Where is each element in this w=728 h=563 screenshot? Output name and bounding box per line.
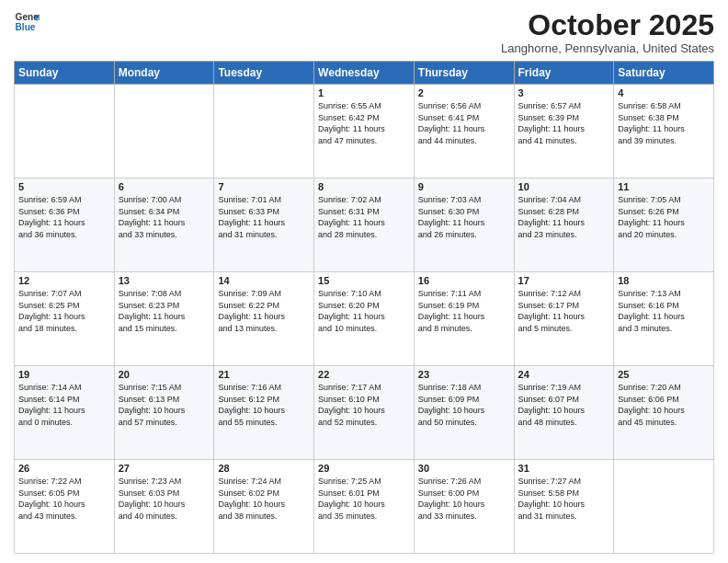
day-cell-3-3: 22Sunrise: 7:17 AM Sunset: 6:10 PM Dayli…	[314, 366, 415, 460]
day-number: 11	[618, 181, 710, 192]
day-number: 16	[418, 275, 510, 286]
col-saturday: Saturday	[614, 62, 714, 85]
day-cell-2-1: 13Sunrise: 7:08 AM Sunset: 6:23 PM Dayli…	[114, 272, 214, 366]
day-cell-1-2: 7Sunrise: 7:01 AM Sunset: 6:33 PM Daylig…	[214, 178, 314, 272]
day-cell-4-3: 29Sunrise: 7:25 AM Sunset: 6:01 PM Dayli…	[314, 460, 415, 554]
day-info: Sunrise: 7:26 AM Sunset: 6:00 PM Dayligh…	[418, 476, 510, 522]
day-cell-0-4: 2Sunrise: 6:56 AM Sunset: 6:41 PM Daylig…	[414, 85, 514, 178]
day-cell-3-4: 23Sunrise: 7:18 AM Sunset: 6:09 PM Dayli…	[414, 366, 514, 460]
day-number: 14	[218, 275, 310, 286]
svg-text:Blue: Blue	[16, 22, 36, 32]
day-info: Sunrise: 7:01 AM Sunset: 6:33 PM Dayligh…	[218, 194, 310, 240]
day-cell-0-2	[214, 85, 314, 178]
day-cell-4-5: 31Sunrise: 7:27 AM Sunset: 5:58 PM Dayli…	[514, 460, 614, 554]
day-info: Sunrise: 6:59 AM Sunset: 6:36 PM Dayligh…	[18, 194, 110, 240]
day-number: 10	[518, 181, 610, 192]
day-cell-3-2: 21Sunrise: 7:16 AM Sunset: 6:12 PM Dayli…	[214, 366, 314, 460]
calendar-table: Sunday Monday Tuesday Wednesday Thursday…	[14, 61, 714, 554]
day-cell-3-1: 20Sunrise: 7:15 AM Sunset: 6:13 PM Dayli…	[114, 366, 214, 460]
week-row-0: 1Sunrise: 6:55 AM Sunset: 6:42 PM Daylig…	[15, 85, 714, 178]
day-number: 18	[618, 275, 710, 286]
day-cell-4-0: 26Sunrise: 7:22 AM Sunset: 6:05 PM Dayli…	[15, 460, 115, 554]
day-number: 21	[218, 369, 310, 380]
day-info: Sunrise: 7:14 AM Sunset: 6:14 PM Dayligh…	[18, 382, 110, 428]
day-cell-1-3: 8Sunrise: 7:02 AM Sunset: 6:31 PM Daylig…	[314, 178, 415, 272]
col-friday: Friday	[514, 62, 614, 85]
day-info: Sunrise: 7:10 AM Sunset: 6:20 PM Dayligh…	[318, 288, 410, 334]
day-info: Sunrise: 7:16 AM Sunset: 6:12 PM Dayligh…	[218, 382, 310, 428]
day-cell-2-6: 18Sunrise: 7:13 AM Sunset: 6:16 PM Dayli…	[614, 272, 714, 366]
day-info: Sunrise: 7:18 AM Sunset: 6:09 PM Dayligh…	[418, 382, 510, 428]
day-number: 1	[318, 87, 410, 98]
col-monday: Monday	[114, 62, 214, 85]
day-number: 12	[18, 275, 110, 286]
week-row-4: 26Sunrise: 7:22 AM Sunset: 6:05 PM Dayli…	[15, 460, 714, 554]
day-cell-2-4: 16Sunrise: 7:11 AM Sunset: 6:19 PM Dayli…	[414, 272, 514, 366]
day-number: 24	[518, 369, 610, 380]
day-cell-1-6: 11Sunrise: 7:05 AM Sunset: 6:26 PM Dayli…	[614, 178, 714, 272]
day-info: Sunrise: 7:04 AM Sunset: 6:28 PM Dayligh…	[518, 194, 610, 240]
day-cell-4-6	[614, 460, 714, 554]
location: Langhorne, Pennsylvania, United States	[501, 41, 714, 55]
col-thursday: Thursday	[414, 62, 514, 85]
header: General Blue October 2025 Langhorne, Pen…	[14, 9, 714, 55]
col-tuesday: Tuesday	[214, 62, 314, 85]
day-info: Sunrise: 7:23 AM Sunset: 6:03 PM Dayligh…	[119, 476, 210, 522]
day-info: Sunrise: 6:56 AM Sunset: 6:41 PM Dayligh…	[418, 100, 510, 146]
day-info: Sunrise: 7:15 AM Sunset: 6:13 PM Dayligh…	[119, 382, 210, 428]
month-title: October 2025	[501, 9, 714, 41]
day-cell-2-2: 14Sunrise: 7:09 AM Sunset: 6:22 PM Dayli…	[214, 272, 314, 366]
day-number: 15	[318, 275, 410, 286]
day-number: 27	[119, 463, 210, 474]
day-info: Sunrise: 7:13 AM Sunset: 6:16 PM Dayligh…	[618, 288, 710, 334]
day-cell-1-1: 6Sunrise: 7:00 AM Sunset: 6:34 PM Daylig…	[114, 178, 214, 272]
calendar-header-row: Sunday Monday Tuesday Wednesday Thursday…	[15, 62, 714, 85]
day-number: 23	[418, 369, 510, 380]
day-cell-4-1: 27Sunrise: 7:23 AM Sunset: 6:03 PM Dayli…	[114, 460, 214, 554]
day-number: 25	[618, 369, 710, 380]
day-cell-1-5: 10Sunrise: 7:04 AM Sunset: 6:28 PM Dayli…	[514, 178, 614, 272]
day-info: Sunrise: 7:22 AM Sunset: 6:05 PM Dayligh…	[18, 476, 110, 522]
page: General Blue October 2025 Langhorne, Pen…	[0, 0, 728, 563]
day-info: Sunrise: 6:55 AM Sunset: 6:42 PM Dayligh…	[318, 100, 410, 146]
day-info: Sunrise: 7:00 AM Sunset: 6:34 PM Dayligh…	[119, 194, 210, 240]
day-cell-1-4: 9Sunrise: 7:03 AM Sunset: 6:30 PM Daylig…	[414, 178, 514, 272]
day-number: 5	[18, 181, 110, 192]
logo: General Blue	[14, 9, 40, 35]
day-info: Sunrise: 7:19 AM Sunset: 6:07 PM Dayligh…	[518, 382, 610, 428]
day-number: 13	[119, 275, 210, 286]
day-cell-3-0: 19Sunrise: 7:14 AM Sunset: 6:14 PM Dayli…	[15, 366, 115, 460]
day-number: 3	[518, 87, 610, 98]
day-cell-2-5: 17Sunrise: 7:12 AM Sunset: 6:17 PM Dayli…	[514, 272, 614, 366]
week-row-1: 5Sunrise: 6:59 AM Sunset: 6:36 PM Daylig…	[15, 178, 714, 272]
day-number: 9	[418, 181, 510, 192]
day-number: 31	[518, 463, 610, 474]
day-cell-0-5: 3Sunrise: 6:57 AM Sunset: 6:39 PM Daylig…	[514, 85, 614, 178]
day-info: Sunrise: 6:57 AM Sunset: 6:39 PM Dayligh…	[518, 100, 610, 146]
day-info: Sunrise: 7:07 AM Sunset: 6:25 PM Dayligh…	[18, 288, 110, 334]
day-cell-0-3: 1Sunrise: 6:55 AM Sunset: 6:42 PM Daylig…	[314, 85, 415, 178]
day-info: Sunrise: 7:27 AM Sunset: 5:58 PM Dayligh…	[518, 476, 610, 522]
day-number: 19	[18, 369, 110, 380]
day-number: 30	[418, 463, 510, 474]
day-cell-3-6: 25Sunrise: 7:20 AM Sunset: 6:06 PM Dayli…	[614, 366, 714, 460]
col-wednesday: Wednesday	[314, 62, 415, 85]
day-number: 2	[418, 87, 510, 98]
day-info: Sunrise: 7:05 AM Sunset: 6:26 PM Dayligh…	[618, 194, 710, 240]
day-info: Sunrise: 7:17 AM Sunset: 6:10 PM Dayligh…	[318, 382, 410, 428]
day-number: 7	[218, 181, 310, 192]
day-info: Sunrise: 7:24 AM Sunset: 6:02 PM Dayligh…	[218, 476, 310, 522]
title-block: October 2025 Langhorne, Pennsylvania, Un…	[501, 9, 714, 55]
day-cell-2-3: 15Sunrise: 7:10 AM Sunset: 6:20 PM Dayli…	[314, 272, 415, 366]
day-number: 8	[318, 181, 410, 192]
day-info: Sunrise: 7:20 AM Sunset: 6:06 PM Dayligh…	[618, 382, 710, 428]
day-number: 22	[318, 369, 410, 380]
day-info: Sunrise: 7:12 AM Sunset: 6:17 PM Dayligh…	[518, 288, 610, 334]
day-number: 17	[518, 275, 610, 286]
day-cell-3-5: 24Sunrise: 7:19 AM Sunset: 6:07 PM Dayli…	[514, 366, 614, 460]
day-number: 4	[618, 87, 710, 98]
day-info: Sunrise: 7:02 AM Sunset: 6:31 PM Dayligh…	[318, 194, 410, 240]
day-cell-0-0	[15, 85, 115, 178]
day-number: 6	[119, 181, 210, 192]
day-info: Sunrise: 7:03 AM Sunset: 6:30 PM Dayligh…	[418, 194, 510, 240]
